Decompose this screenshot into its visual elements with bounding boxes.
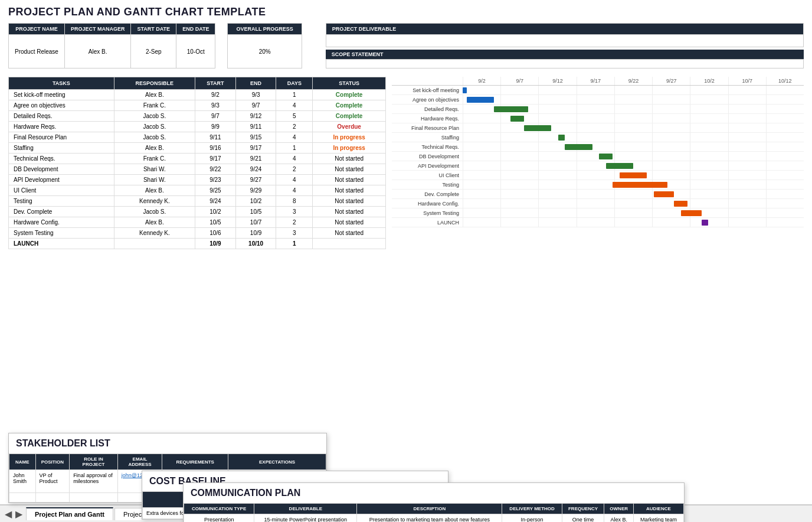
progress-header: OVERALL PROGRESS — [228, 24, 302, 35]
sh-role: Final approval of milestones — [70, 470, 118, 493]
gantt-bar — [620, 172, 647, 178]
th-start: START — [195, 77, 236, 90]
gantt-bar — [510, 116, 524, 122]
end-date-value: 10-Oct — [176, 35, 215, 68]
th-status: STATUS — [313, 77, 386, 90]
gantt-bar — [674, 201, 687, 207]
gantt-row-bars — [463, 114, 804, 123]
gantt-row: Hardware Config. — [392, 199, 804, 208]
task-row: Final Resource PlanJacob S.9/119/154In p… — [9, 132, 386, 143]
gantt-row-bars — [463, 218, 804, 227]
task-row: DB DevelopmentShari W.9/229/242Not start… — [9, 164, 386, 175]
page-title: PROJECT PLAN AND GANTT CHART TEMPLATE — [0, 0, 812, 21]
sh-expectations-header: EXPECTATIONS — [228, 454, 326, 470]
gantt-row: Dev. Complete — [392, 190, 804, 199]
gantt-row-label: API Development — [392, 163, 463, 169]
comm-row-1: Presentation 15-minute PowerPoint presen… — [184, 514, 684, 523]
gantt-date-label: 9/12 — [538, 77, 576, 85]
gantt-row-label: Hardware Reqs. — [392, 116, 463, 122]
task-row: TestingKennedy K.9/2410/28Not started — [9, 196, 386, 207]
gantt-row: UI Client — [392, 171, 804, 180]
gantt-row-bars — [463, 142, 804, 152]
gantt-row-bars — [463, 133, 804, 142]
middle-section: TASKS RESPONSIBLE START END DAYS STATUS … — [0, 71, 812, 249]
project-info-table: PROJECT NAME PROJECT MANAGER START DATE … — [8, 23, 215, 68]
col-end-date: END DATE — [176, 24, 215, 35]
gantt-bar — [613, 182, 667, 188]
gantt-row-label: System Testing — [392, 210, 463, 216]
gantt-row-bars — [463, 123, 804, 133]
comm-type-1: Presentation — [184, 514, 254, 523]
gantt-row: API Development — [392, 161, 804, 171]
comm-title: COMMUNICATION PLAN — [184, 483, 684, 503]
gantt-date-label: 9/17 — [577, 77, 614, 85]
gantt-bar — [558, 135, 565, 141]
task-row: Hardware Reqs.Jacob S.9/99/112Overdue — [9, 122, 386, 132]
comm-method-header: DELIVERY METHOD — [502, 504, 562, 514]
gantt-header: 9/29/79/129/179/229/2710/210/710/12 — [392, 77, 804, 86]
gantt-rows: Set kick-off meetingAgree on objectivesD… — [392, 86, 804, 227]
gantt-row-bars — [463, 152, 804, 161]
comm-audience-header: AUDIENCE — [633, 504, 683, 514]
gantt-row: Final Resource Plan — [392, 123, 804, 133]
gantt-row-label: Set kick-off meeting — [392, 87, 463, 93]
comm-type-header: COMMUNICATION TYPE — [184, 504, 254, 514]
gantt-row-label: Testing — [392, 182, 463, 188]
th-end: END — [235, 77, 276, 90]
gantt-date-label: 10/7 — [728, 77, 766, 85]
comm-description-header: DESCRIPTION — [357, 504, 502, 514]
deliverable-header: PROJECT DELIVERABLE — [326, 24, 803, 35]
task-table: TASKS RESPONSIBLE START END DAYS STATUS … — [8, 77, 386, 249]
gantt-row-label: Technical Reqs. — [392, 144, 463, 150]
gantt-date-label: 9/2 — [463, 77, 500, 85]
task-row: StaffingAlex B.9/169/171In progress — [9, 143, 386, 154]
gantt-row-label: LAUNCH — [392, 220, 463, 226]
col-start-date: START DATE — [131, 24, 176, 35]
gantt-row-label: DB Development — [392, 154, 463, 159]
comm-owner-1: Alex B. — [604, 514, 633, 523]
deliverable-section: PROJECT DELIVERABLE SCOPE STATEMENT — [326, 23, 804, 68]
gantt-bar — [606, 163, 633, 169]
gantt-dates: 9/29/79/129/179/229/2710/210/710/12 — [463, 77, 804, 85]
sh-name-header: NAME — [9, 454, 36, 470]
comm-method-1: In-person — [502, 514, 562, 523]
task-row: Detailed Reqs.Jacob S.9/79/125Complete — [9, 111, 386, 122]
gantt-chart: 9/29/79/129/179/229/2710/210/710/12 Set … — [392, 77, 804, 227]
tab-arrow-right[interactable]: ▶ — [15, 508, 22, 520]
task-row: UI ClientAlex B.9/259/294Not started — [9, 185, 386, 196]
deliverable-table: PROJECT DELIVERABLE — [326, 23, 804, 47]
overall-progress-table: OVERALL PROGRESS 20% — [227, 23, 302, 68]
col-project-manager: PROJECT MANAGER — [64, 24, 131, 35]
gantt-label-spacer — [392, 77, 463, 85]
th-days: DAYS — [276, 77, 313, 90]
sh-position-header: POSITION — [35, 454, 70, 470]
deliverable-value — [326, 35, 803, 47]
project-name-value: Product Release — [9, 35, 65, 68]
gantt-row: Testing — [392, 180, 804, 190]
th-tasks: TASKS — [9, 77, 114, 90]
gantt-row: System Testing — [392, 208, 804, 218]
gantt-row-bars — [463, 161, 804, 171]
scope-value — [326, 59, 804, 68]
gantt-row: Agree on objectives — [392, 95, 804, 105]
comm-audience-1: Marketing team — [633, 514, 683, 523]
main-page: PROJECT PLAN AND GANTT CHART TEMPLATE PR… — [0, 0, 812, 522]
comm-frequency-1: One time — [562, 514, 604, 523]
scope-header: SCOPE STATEMENT — [326, 50, 804, 59]
gantt-bar — [681, 210, 702, 216]
task-row: Agree on objectivesFrank C.9/39/74Comple… — [9, 100, 386, 111]
tab-arrow-left[interactable]: ◀ — [5, 508, 12, 520]
task-table-container: TASKS RESPONSIBLE START END DAYS STATUS … — [8, 77, 386, 249]
gantt-row: Detailed Reqs. — [392, 105, 804, 114]
task-row: Hardware Config.Alex B.10/510/72Not star… — [9, 217, 386, 228]
progress-value: 20% — [228, 35, 302, 68]
comm-panel: COMMUNICATION PLAN COMMUNICATION TYPE DE… — [183, 482, 685, 522]
gantt-date-label: 9/27 — [652, 77, 690, 85]
tab-project-plan-gantt[interactable]: Project Plan and Gantt — [26, 507, 113, 520]
gantt-date-label: 10/12 — [766, 77, 804, 85]
sh-email-header: EMAIL ADDRESS — [117, 454, 162, 470]
gantt-bar — [524, 125, 551, 131]
th-responsible: RESPONSIBLE — [114, 77, 195, 90]
gantt-date-label: 9/7 — [500, 77, 538, 85]
task-row: Dev. CompleteJacob S.10/210/53Not starte… — [9, 207, 386, 217]
